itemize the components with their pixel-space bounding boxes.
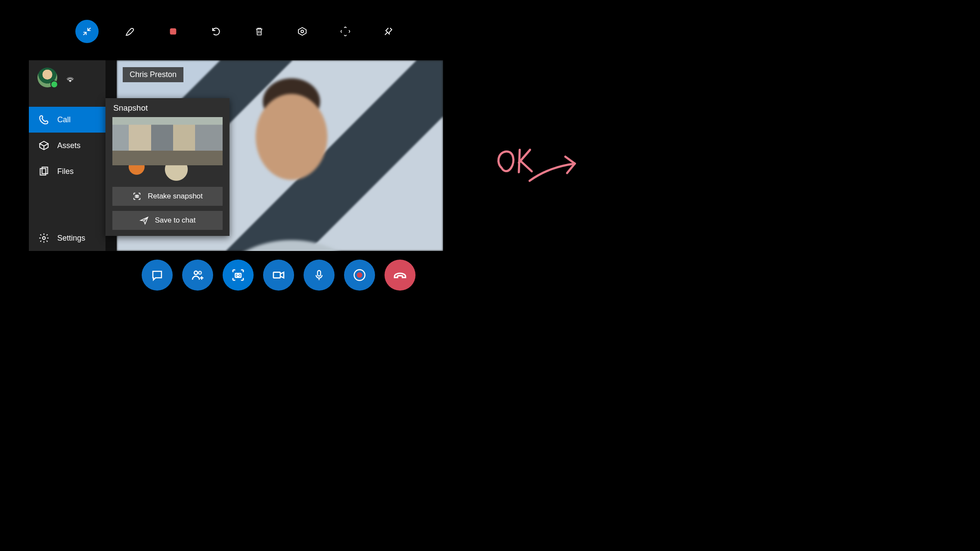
caller-name-label: Chris Preston [130,70,177,79]
sidebar-item-call[interactable]: Call [29,107,105,133]
app-window: Chris Preston Call [29,60,443,251]
fullscreen-icon[interactable] [334,20,357,43]
snapshot-panel: Snapshot Retake snapshot Save to chat [105,98,229,236]
stop-icon[interactable] [161,20,185,43]
retake-snapshot-button[interactable]: Retake snapshot [112,187,223,206]
box-icon [38,140,50,151]
svg-rect-12 [273,272,280,278]
svg-point-2 [70,81,71,82]
svg-rect-4 [42,167,48,173]
mic-button[interactable] [304,260,335,291]
sidebar-item-label: Call [57,115,71,124]
snapshot-button[interactable] [223,260,254,291]
retake-label: Retake snapshot [148,192,203,201]
send-icon [140,216,149,225]
svg-point-15 [357,272,363,278]
sidebar-item-label: Assets [57,141,81,150]
hangup-button[interactable] [385,260,416,291]
video-button[interactable] [263,260,294,291]
svg-rect-0 [170,28,177,35]
call-controls [142,260,416,291]
sidebar-item-assets[interactable]: Assets [29,133,105,158]
collapse-icon[interactable] [75,20,99,43]
camera-icon [132,192,142,201]
sidebar-item-settings[interactable]: Settings [29,225,105,251]
svg-point-7 [136,196,138,197]
undo-icon[interactable] [205,20,228,43]
pen-icon[interactable] [118,20,142,43]
pin-icon[interactable] [377,20,400,43]
sidebar-item-files[interactable]: Files [29,158,105,184]
files-icon [38,166,50,177]
phone-icon [38,114,50,125]
trash-icon[interactable] [248,20,271,43]
record-button[interactable] [344,260,375,291]
svg-point-9 [198,271,202,274]
sidebar-header [29,60,105,95]
wifi-icon [65,72,75,83]
avatar[interactable] [37,68,57,87]
chat-button[interactable] [142,260,173,291]
svg-rect-13 [318,271,321,276]
svg-point-5 [43,237,46,240]
svg-point-11 [237,274,239,276]
snapshot-title: Snapshot [112,98,223,117]
add-people-button[interactable] [182,260,213,291]
snapshot-thumbnail[interactable] [112,117,223,181]
sidebar-item-label: Files [57,167,74,176]
sidebar-item-label: Settings [57,234,85,243]
svg-point-8 [194,271,198,275]
handwritten-annotation [489,138,592,189]
caller-name-tag: Chris Preston [123,67,183,82]
save-label: Save to chat [155,216,196,225]
save-to-chat-button[interactable]: Save to chat [112,211,223,230]
target-icon[interactable] [291,20,314,43]
sidebar: Call Assets Files [29,60,105,251]
annotation-toolbar [75,20,400,43]
gear-icon [38,232,50,244]
svg-point-1 [301,30,304,33]
